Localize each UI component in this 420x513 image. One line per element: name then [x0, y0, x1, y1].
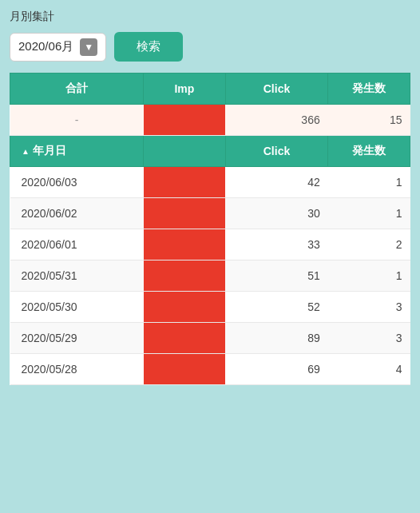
summary-col1: -: [10, 105, 144, 136]
sort-asc-icon: ▲: [22, 147, 30, 156]
table-row: 2020/05/29893: [10, 323, 410, 354]
row-hassusu: 3: [328, 323, 410, 354]
row-imp-cell: [144, 198, 226, 229]
detail-col-header-date[interactable]: ▲年月日: [10, 136, 144, 167]
row-click: 69: [225, 354, 327, 385]
page-title: 月別集計: [10, 10, 410, 24]
row-date: 2020/06/01: [10, 229, 144, 260]
date-value: 2020/06月: [18, 39, 73, 54]
row-hassusu: 1: [328, 167, 410, 198]
table-row: 2020/06/01332: [10, 229, 410, 260]
detail-col-header-imp: [144, 136, 226, 167]
col-header-gohkei: 合計: [10, 74, 144, 105]
date-selector[interactable]: 2020/06月 ▼: [10, 33, 106, 62]
col-header-imp: Imp: [144, 74, 226, 105]
summary-imp-cell: [144, 105, 226, 136]
summary-row: - 366 15: [10, 105, 410, 136]
summary-col3: 366: [225, 105, 327, 136]
row-imp-cell: [144, 292, 226, 323]
row-imp-cell: [144, 167, 226, 198]
row-hassusu: 1: [328, 260, 410, 292]
row-click: 89: [225, 323, 327, 354]
row-date: 2020/05/31: [10, 260, 144, 292]
row-date: 2020/05/28: [10, 354, 144, 385]
table-row: 2020/05/31511: [10, 260, 410, 292]
table-row: 2020/06/03421: [10, 167, 410, 198]
table-row: 2020/06/02301: [10, 198, 410, 229]
row-date: 2020/05/30: [10, 292, 144, 323]
row-imp-cell: [144, 354, 226, 385]
row-imp-cell: [144, 260, 226, 292]
row-hassusu: 3: [328, 292, 410, 323]
row-click: 33: [225, 229, 327, 260]
row-date: 2020/06/03: [10, 167, 144, 198]
table-row: 2020/05/30523: [10, 292, 410, 323]
row-hassusu: 2: [328, 229, 410, 260]
detail-col-header-hassusu: 発生数: [328, 136, 410, 167]
row-click: 51: [225, 260, 327, 292]
row-click: 42: [225, 167, 327, 198]
row-hassusu: 1: [328, 198, 410, 229]
row-imp-cell: [144, 323, 226, 354]
row-imp-cell: [144, 229, 226, 260]
row-click: 52: [225, 292, 327, 323]
row-date: 2020/05/29: [10, 323, 144, 354]
table-row: 2020/05/28694: [10, 354, 410, 385]
col-header-hassusu: 発生数: [328, 74, 410, 105]
dropdown-arrow-icon: ▼: [80, 38, 97, 56]
detail-header-row: ▲年月日 Click 発生数: [10, 136, 410, 167]
row-click: 30: [225, 198, 327, 229]
row-hassusu: 4: [328, 354, 410, 385]
search-button[interactable]: 検索: [114, 32, 183, 62]
summary-col4: 15: [328, 105, 410, 136]
col-header-click: Click: [225, 74, 327, 105]
row-date: 2020/06/02: [10, 198, 144, 229]
detail-col-header-click: Click: [225, 136, 327, 167]
